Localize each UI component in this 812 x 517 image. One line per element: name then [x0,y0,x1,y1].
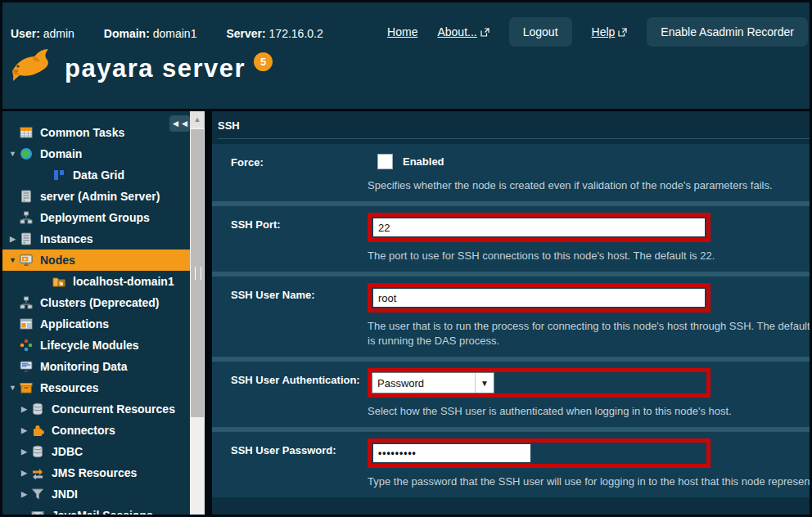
node-instance-icon [52,275,65,288]
sidebar-item-label: Concurrent Resources [52,402,175,416]
expander-right-icon[interactable]: ▶ [6,235,20,243]
form-row-ssh-port: SSH Port:The port to use for SSH connect… [212,206,810,272]
sidebar-nav: ◄◄ Common Tasks▼DomainData Gridserver (A… [2,111,190,515]
nav-tree: Common Tasks▼DomainData Gridserver (Admi… [2,111,190,515]
sidebar-item-jms-resources[interactable]: ▶JMS Resources [2,462,190,483]
ssh-user-name-input[interactable] [372,287,706,308]
form-row-ssh-user-auth: SSH User Authentication:Password▼Select … [212,362,810,427]
sidebar-item-label: Instances [40,232,93,245]
sidebar-item-label: Nodes [40,254,75,267]
sidebar-item-label: Lifecycle Modules [40,339,139,352]
ssh-user-name-control: The user that is to run the process for … [368,283,810,348]
selected-option: Password [372,377,475,389]
datagrid-icon [52,169,65,182]
ssh-user-password-input[interactable] [372,443,532,464]
expander-right-icon[interactable]: ▶ [17,469,31,477]
sidebar-item-label: Monitoring Data [40,360,128,373]
expander-down-icon[interactable]: ▼ [6,256,20,264]
annotation-highlight-box [368,283,710,312]
sidebar-item-label: server (Admin Server) [40,190,160,203]
logout-button[interactable]: Logout [509,17,572,47]
sidebar-item-jndi[interactable]: ▶JNDI [2,483,190,505]
form-row-ssh-user-name: SSH User Name:The user that is to run th… [212,276,810,357]
brand-name: payara server [65,54,246,83]
monitoring-icon [20,360,33,373]
force-control: EnabledSpecifies whether the node is cre… [368,151,810,193]
sidebar-item-lifecycle-modules[interactable]: Lifecycle Modules [2,335,190,356]
expander-down-icon[interactable]: ▼ [6,150,20,158]
applications-icon [20,317,33,330]
database-icon [31,445,44,458]
force-label: Force: [231,151,368,193]
sidebar-item-label: JDBC [52,445,83,458]
ssh-user-auth-select[interactable]: Password▼ [372,372,494,393]
ssh-user-password-control: Type the password that the SSH user will… [368,438,810,489]
sidebar-scrollbar[interactable]: ▲ [190,111,205,515]
expander-right-icon[interactable]: ▶ [17,405,31,413]
sidebar-item-localhost-domain1[interactable]: localhost-domain1 [2,271,190,292]
sidebar-item-nodes[interactable]: ▼Nodes [2,250,190,271]
sidebar-item-domain[interactable]: ▼Domain [2,143,190,164]
form-row-ssh-user-password: SSH User Password:Type the password that… [212,432,810,497]
user-info: User: admin [11,27,74,40]
expander-right-icon[interactable]: ▶ [17,426,31,434]
sidebar-item-label: JNDI [52,488,78,501]
about-link[interactable]: About... [437,25,489,38]
ssh-user-password-label: SSH User Password: [231,438,368,489]
sidebar-item-monitoring-data[interactable]: Monitoring Data [2,356,190,377]
hierarchy-icon [20,296,33,309]
sidebar-item-label: Deployment Groups [40,211,150,224]
sidebar-item-jdbc[interactable]: ▶JDBC [2,441,190,462]
server-icon [20,190,33,203]
force-checkbox[interactable] [377,154,393,169]
ssh-user-auth-help-text: Select how the SSH user is authenticated… [368,404,810,419]
sidebar-item-label: Data Grid [73,169,124,182]
server-icon [20,232,33,245]
external-link-icon [618,28,627,37]
force-checkbox-label: Enabled [403,155,444,168]
expander-down-icon[interactable]: ▼ [6,384,20,392]
ssh-port-control: The port to use for SSH connections to t… [368,213,810,263]
annotation-highlight-box [368,438,710,468]
database-icon [31,402,44,416]
sidebar-item-label: Clusters (Deprecated) [40,296,160,309]
sidebar-item-applications[interactable]: Applications [2,313,190,335]
brand: payara server 5 [9,47,273,91]
sidebar-item-common-tasks[interactable]: Common Tasks [2,122,190,143]
ssh-user-auth-control: Password▼Select how the SSH user is auth… [368,368,810,419]
sidebar-collapse-button[interactable]: ◄◄ [169,115,190,132]
header: User: admin Domain: domain1 Server: 172.… [2,2,810,109]
scrollbar-thumb[interactable] [191,129,204,417]
sidebar-item-connectors[interactable]: ▶Connectors [2,420,190,441]
home-link[interactable]: Home [387,25,417,38]
form-row-force: Force:EnabledSpecifies whether the node … [212,144,810,201]
sidebar-item-label: Applications [40,317,109,330]
version-badge: 5 [254,52,273,71]
ssh-user-password-help-text: Type the password that the SSH user will… [368,474,810,489]
sidebar-item-deployment-groups[interactable]: Deployment Groups [2,207,190,228]
sidebar-item-data-grid[interactable]: Data Grid [2,164,190,186]
expander-right-icon[interactable]: ▶ [17,490,31,498]
ssh-port-input[interactable] [372,217,706,238]
enable-asadmin-recorder-button[interactable]: Enable Asadmin Recorder [647,17,808,47]
sidebar-item-label: Connectors [52,424,115,437]
annotation-highlight-box: Password▼ [368,368,710,398]
header-nav: Home About... Logout Help Enable Asadmin… [387,17,808,47]
scrollbar-up-arrow-icon[interactable]: ▲ [190,111,205,128]
sidebar-item-server-admin-server[interactable]: server (Admin Server) [2,186,190,207]
force-help-text: Specifies whether the node is created ev… [368,178,810,193]
sidebar-item-resources[interactable]: ▼Resources [2,377,190,398]
sidebar-item-concurrent-resources[interactable]: ▶Concurrent Resources [2,398,190,420]
ssh-port-label: SSH Port: [231,213,368,263]
funnel-icon [31,488,44,501]
sidebar-item-instances[interactable]: ▶Instances [2,228,190,250]
help-link[interactable]: Help [592,25,628,38]
expander-right-icon[interactable]: ▶ [17,447,31,456]
sidebar-item-label: Common Tasks [40,126,124,139]
ssh-port-help-text: The port to use for SSH connections to t… [368,249,810,263]
sidebar-item-javamail-sessions[interactable]: JavaMail Sessions [2,505,190,515]
dropdown-arrow-icon: ▼ [475,373,494,393]
sidebar-item-clusters-deprecated[interactable]: Clusters (Deprecated) [2,292,190,313]
lifecycle-icon [20,339,33,352]
domain-info: Domain: domain1 [104,27,197,40]
